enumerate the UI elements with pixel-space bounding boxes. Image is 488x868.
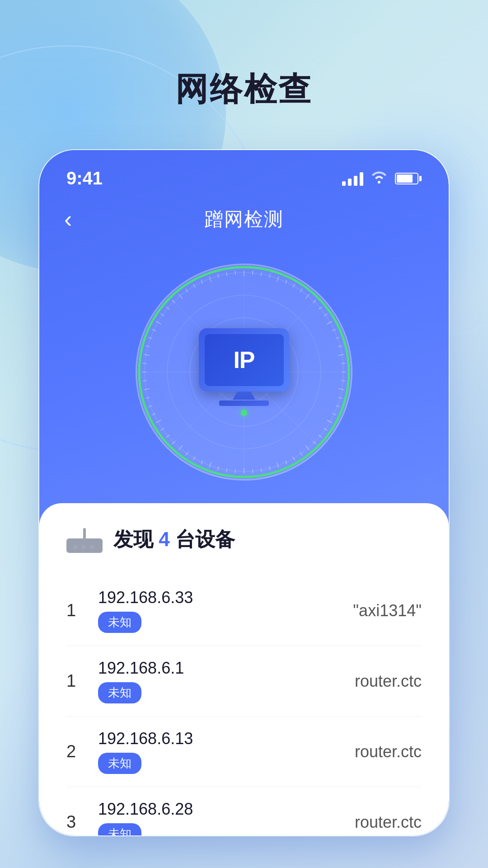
monitor-base — [219, 401, 269, 406]
back-button[interactable]: ‹ — [64, 208, 72, 231]
svg-rect-82 — [83, 528, 86, 539]
signal-icon — [342, 171, 363, 186]
svg-line-64 — [144, 354, 150, 355]
signal-bar-1 — [342, 181, 346, 186]
phone-screen: 9:41 — [39, 150, 449, 835]
device-row: 1 192.168.6.33 未知 "axi1314" — [66, 576, 422, 646]
battery-icon — [395, 173, 422, 184]
device-row: 3 192.168.6.28 未知 router.ctc — [66, 787, 422, 835]
svg-line-46 — [226, 468, 227, 472]
device-row: 1 192.168.6.1 未知 router.ctc — [66, 646, 422, 717]
page-title: 网络检查 — [0, 68, 488, 111]
monitor-screen: IP — [205, 334, 284, 386]
svg-line-10 — [261, 272, 262, 276]
monitor-stand — [233, 392, 255, 400]
signal-bar-4 — [360, 172, 363, 186]
status-icons — [342, 170, 422, 187]
device-info-3: 192.168.6.28 未知 — [98, 800, 355, 835]
svg-line-9 — [253, 271, 253, 275]
device-illustration: IP — [199, 328, 289, 416]
svg-line-12 — [277, 277, 279, 282]
svg-line-27 — [341, 381, 345, 381]
device-info-0: 192.168.6.33 未知 — [98, 588, 353, 633]
svg-line-42 — [261, 468, 262, 472]
radar-container: // We'll draw them inline — [39, 250, 449, 503]
svg-line-45 — [235, 469, 235, 473]
svg-line-24 — [338, 354, 344, 355]
device-info-1: 192.168.6.1 未知 — [98, 659, 355, 703]
nav-title: 蹭网检测 — [204, 207, 284, 232]
devices-title: 发现 4 台设备 — [113, 526, 235, 553]
svg-line-25 — [341, 363, 345, 363]
scan-dot — [241, 410, 247, 416]
status-time: 9:41 — [66, 168, 103, 189]
router-icon — [66, 526, 103, 553]
radar-outer-ring: // We'll draw them inline — [136, 264, 352, 481]
wifi-icon — [371, 170, 388, 187]
devices-header: 发现 4 台设备 — [66, 526, 422, 553]
svg-line-40 — [277, 462, 279, 467]
svg-point-83 — [73, 545, 78, 549]
svg-line-79 — [235, 271, 235, 275]
signal-bar-3 — [354, 176, 357, 186]
svg-line-78 — [226, 272, 227, 276]
status-bar: 9:41 — [39, 150, 449, 198]
svg-line-43 — [253, 469, 253, 473]
svg-point-84 — [81, 545, 86, 549]
svg-line-28 — [338, 389, 344, 390]
device-row: 2 192.168.6.13 未知 router.ctc — [66, 717, 422, 787]
signal-bar-2 — [348, 179, 352, 186]
svg-line-48 — [209, 462, 211, 467]
svg-line-63 — [143, 363, 147, 363]
nav-header: ‹ 蹭网检测 — [39, 198, 449, 250]
svg-line-61 — [143, 381, 147, 381]
svg-line-60 — [144, 389, 150, 390]
monitor-body: IP — [199, 328, 289, 392]
svg-line-76 — [209, 277, 211, 282]
device-info-2: 192.168.6.13 未知 — [98, 729, 355, 774]
svg-point-85 — [89, 545, 94, 549]
results-card: 发现 4 台设备 1 192.168.6.33 未知 "axi1314" 1 1… — [39, 503, 449, 835]
phone-frame: 9:41 — [38, 149, 450, 836]
